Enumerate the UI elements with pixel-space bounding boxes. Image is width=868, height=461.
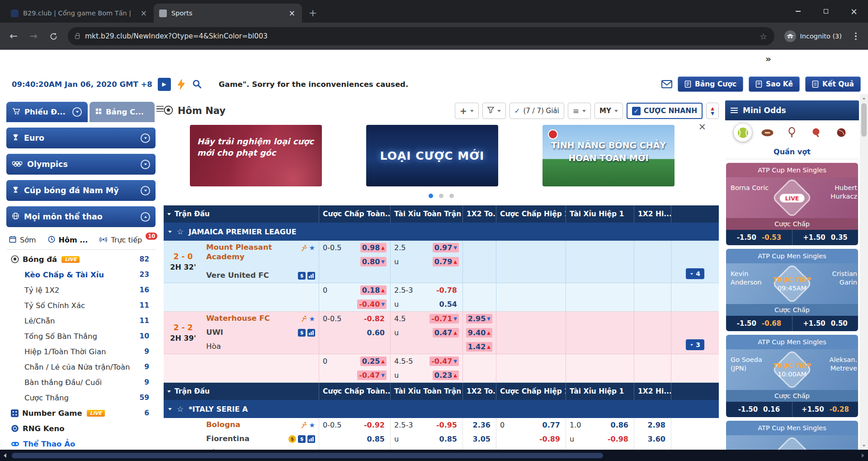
odds-value[interactable]: -0.89: [538, 434, 562, 444]
subtab-today[interactable]: Hôm ...: [48, 236, 88, 245]
sidebar-item[interactable]: Tỷ lệ 1X216: [6, 282, 156, 298]
subtab-early[interactable]: Sớm: [9, 236, 36, 245]
mini-odds-value[interactable]: -0.28: [830, 405, 849, 413]
close-icon[interactable]: ×: [698, 121, 706, 132]
team-row[interactable]: Bologna★: [206, 418, 319, 432]
favorite-star-icon[interactable]: ★: [309, 421, 315, 429]
cricket-ball-icon[interactable]: [832, 124, 850, 142]
back-button[interactable]: ←: [5, 28, 22, 44]
star-icon[interactable]: ☆: [177, 404, 184, 413]
odds-type-button[interactable]: MY: [594, 103, 623, 119]
close-button[interactable]: ×: [840, 0, 868, 23]
odds-value[interactable]: 3.60: [646, 434, 667, 444]
stats-chart-icon[interactable]: [307, 272, 315, 280]
team-row[interactable]: UWI$: [206, 326, 319, 340]
more-bets-badge[interactable]: 3: [686, 339, 704, 350]
sidebar-item[interactable]: Kèo Chấp & Tài Xỉu23: [6, 267, 156, 282]
odds-value[interactable]: 0.97▼: [433, 243, 459, 252]
tab-bet-board[interactable]: Bảng C...: [90, 102, 155, 122]
forward-button[interactable]: →: [25, 28, 42, 44]
sidebar-item[interactable]: Number GameLIVE6: [6, 405, 156, 421]
tab-bet-slip[interactable]: Phiếu Đ...: [6, 102, 88, 122]
dollar-icon[interactable]: $: [298, 435, 306, 443]
scrollbar-thumb[interactable]: [861, 103, 867, 137]
odds-value[interactable]: 0.79▲: [433, 257, 459, 266]
odds-value[interactable]: -0.47▼: [429, 356, 459, 366]
subtab-live[interactable]: Trực tiếp 10: [99, 236, 157, 244]
mini-odds-card[interactable]: ATP Cup Men SinglesBorna CoricLIVEHubert…: [726, 163, 858, 245]
results-button[interactable]: Kết Quả: [805, 76, 861, 92]
team-row[interactable]: Hòa: [206, 446, 319, 450]
chevron-down-icon[interactable]: [168, 231, 172, 233]
search-icon[interactable]: [192, 79, 203, 90]
sidebar-item[interactable]: RNG Keno: [6, 421, 156, 436]
horizontal-scrollbar[interactable]: [0, 450, 868, 461]
team-row[interactable]: Fiorentina$$: [206, 432, 319, 446]
mini-odds-value[interactable]: -0.68: [762, 319, 781, 328]
odds-value[interactable]: 3.05: [471, 434, 492, 444]
odds-value[interactable]: 9.40▲: [466, 328, 492, 337]
menu-icon[interactable]: [731, 106, 738, 114]
odds-value[interactable]: 2.36: [471, 420, 492, 430]
sidebar-item[interactable]: Bóng đáLIVE82: [6, 252, 156, 267]
odds-value[interactable]: 0.80▼: [360, 257, 387, 266]
scroll-down-button[interactable]: [860, 442, 868, 450]
sidebar-item[interactable]: Bàn thắng Đầu/ Cuối9: [6, 375, 156, 390]
odds-value[interactable]: -0.40▼: [357, 299, 387, 309]
checkbox-checked-icon[interactable]: ✓: [632, 107, 641, 115]
mini-odds-value[interactable]: 0.35: [831, 233, 848, 242]
dollar-icon[interactable]: $: [298, 329, 306, 337]
menu-kebab-icon[interactable]: [849, 33, 863, 40]
league-bar[interactable]: ☆JAMAICA PREMIER LEAGUE: [164, 223, 719, 241]
sidebar-section-olympics[interactable]: Olympics: [6, 154, 156, 175]
statement-button[interactable]: Sao Kê: [749, 76, 800, 92]
sidebar-item[interactable]: Hiệp 1/Toàn Thời Gian9: [6, 344, 156, 359]
mini-odds-card[interactable]: ATP Cup Men SinglesGo Soeda (JPN)TRỰC TI…: [726, 335, 858, 417]
team-row[interactable]: Vere United FC$: [206, 269, 319, 283]
mail-icon[interactable]: [661, 80, 672, 88]
banner-corner-bets[interactable]: Hãy trải nghiệm loại cược mới cho phạt g…: [190, 125, 322, 186]
star-icon[interactable]: ☆: [177, 227, 184, 236]
filter-button[interactable]: [482, 103, 506, 119]
favorite-star-icon[interactable]: ★: [309, 315, 315, 323]
minimize-button[interactable]: [784, 0, 812, 23]
sidebar-item[interactable]: Tổng Số Bàn Thắng10: [6, 328, 156, 344]
mini-odds-category[interactable]: Quần vợt: [725, 145, 859, 159]
carousel-dot[interactable]: [439, 194, 443, 198]
favorite-star-icon[interactable]: ★: [309, 244, 315, 252]
scroll-left-button[interactable]: [4, 453, 6, 458]
new-tab-button[interactable]: +: [305, 5, 321, 21]
odds-value[interactable]: 0.85: [438, 434, 459, 444]
scroll-up-button[interactable]: [860, 94, 868, 102]
chevron-down-icon[interactable]: [168, 408, 172, 410]
mini-odds-value[interactable]: 0.50: [831, 319, 848, 328]
mini-odds-value[interactable]: -0.53: [762, 233, 781, 242]
banner-baseball-feature[interactable]: TÍNH NĂNG BÓNG CHẢY HOÀN TOÀN MỚI: [542, 125, 675, 186]
sidebar-item[interactable]: Lẻ/Chẵn11: [6, 313, 156, 328]
odds-value[interactable]: 0.85: [365, 434, 387, 444]
odds-value[interactable]: 0.18▲: [360, 285, 387, 295]
dollar-icon[interactable]: $: [298, 272, 306, 280]
odds-value[interactable]: -0.98: [606, 434, 630, 444]
american-football-icon[interactable]: [759, 124, 777, 142]
vertical-scrollbar[interactable]: [860, 94, 868, 450]
scroll-right-button[interactable]: [862, 453, 864, 458]
mini-odds-card[interactable]: ATP Cup Men SinglesKevin AndersonTRỰC TI…: [726, 249, 858, 331]
sidebar-section-south-america-cup[interactable]: Cúp bóng đá Nam Mỹ: [6, 180, 156, 201]
stats-chart-icon[interactable]: [307, 435, 315, 443]
odds-value[interactable]: 2.98: [646, 420, 667, 430]
sidebar-section-euro[interactable]: Euro: [6, 128, 156, 148]
column-header[interactable]: Trận Đấu: [164, 383, 319, 400]
odds-value[interactable]: 1.42▲: [466, 342, 492, 352]
column-header[interactable]: Trận Đấu: [164, 205, 319, 223]
odds-value[interactable]: 0.98▲: [360, 243, 387, 252]
more-bets-badge[interactable]: 4: [686, 268, 704, 279]
browser-tab-b29[interactable]: B29.club | Cổng game Bom Tấn | ×: [5, 4, 154, 23]
play-button[interactable]: ▶: [158, 78, 171, 91]
carousel-dot[interactable]: [429, 194, 433, 198]
coin-icon[interactable]: $: [288, 435, 296, 443]
team-row[interactable]: Hòa: [206, 340, 319, 354]
display-mode-button[interactable]: ≡: [568, 103, 591, 119]
mini-odds-card[interactable]: ATP Cup Men SinglesTRỰC TIẾP: [726, 421, 858, 450]
odds-value[interactable]: 0.77: [541, 420, 562, 430]
